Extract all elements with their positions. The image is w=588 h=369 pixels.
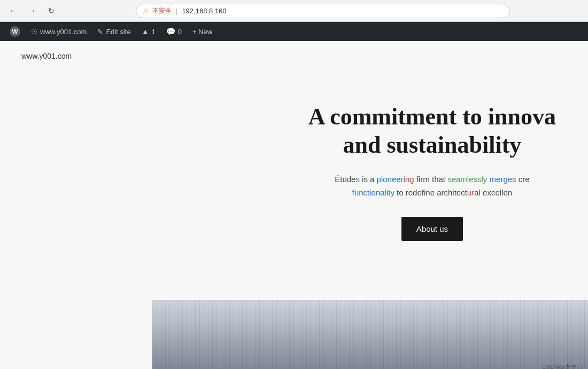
back-button[interactable]: ← [5,3,20,18]
image-strip-pattern [152,300,588,369]
wp-comments-icon: 💬 [166,27,175,36]
wp-comments-item[interactable]: 💬 0 [161,22,187,41]
watermark-text: CSDN@老丰TT [542,363,584,369]
security-warning-icon: ⚠ [143,7,149,15]
wp-globe-icon: ☉ [31,28,37,36]
wp-site-name-item[interactable]: ☉ www.y001.com [26,22,92,41]
site-content: www.y001.com A commitment to innova and … [0,41,588,369]
address-separator: | [176,7,177,15]
site-url-text: www.y001.com [21,52,72,60]
image-strip: CSDN@老丰TT [152,300,588,369]
wp-new-label: + New [192,28,212,36]
forward-button[interactable]: → [25,3,40,18]
site-url-bar: www.y001.com [0,41,588,60]
wp-edit-site-label: Edit site [106,28,130,36]
wp-new-item[interactable]: + New [187,22,218,41]
wp-updates-item[interactable]: ▲ 1 [136,22,161,41]
wp-updates-count: 1 [152,28,156,36]
about-us-button[interactable]: About us [401,217,463,241]
browser-chrome: ← → ↻ ⚠ 不安全 | 192.168.8.160 [0,0,588,22]
wp-logo-item[interactable]: W [4,22,26,41]
insecure-label: 不安全 [152,6,172,15]
address-url: 192.168.8.160 [182,7,226,15]
hero-title: A commitment to innova and sustainabilit… [308,103,556,160]
wp-edit-site-item[interactable]: ✎ Edit site [92,22,136,41]
refresh-button[interactable]: ↻ [44,3,59,18]
wp-site-name: www.y001.com [40,28,87,36]
hero-content: A commitment to innova and sustainabilit… [308,103,556,241]
wp-logo-icon: W [10,26,20,37]
wp-comments-count: 0 [178,28,182,36]
hero-section: A commitment to innova and sustainabilit… [0,60,588,262]
browser-titlebar: ← → ↻ ⚠ 不安全 | 192.168.8.160 [0,0,588,21]
hero-title-line1: A commitment to innova [308,104,556,130]
hero-title-line2: and sustainability [343,132,522,158]
hero-description: Études is a pioneering firm that seamles… [308,172,556,200]
wp-edit-icon: ✎ [97,28,103,36]
address-bar[interactable]: ⚠ 不安全 | 192.168.8.160 [136,4,510,18]
wp-updates-icon: ▲ [142,27,149,36]
wp-admin-bar: W ☉ www.y001.com ✎ Edit site ▲ 1 💬 0 + N… [0,22,588,41]
